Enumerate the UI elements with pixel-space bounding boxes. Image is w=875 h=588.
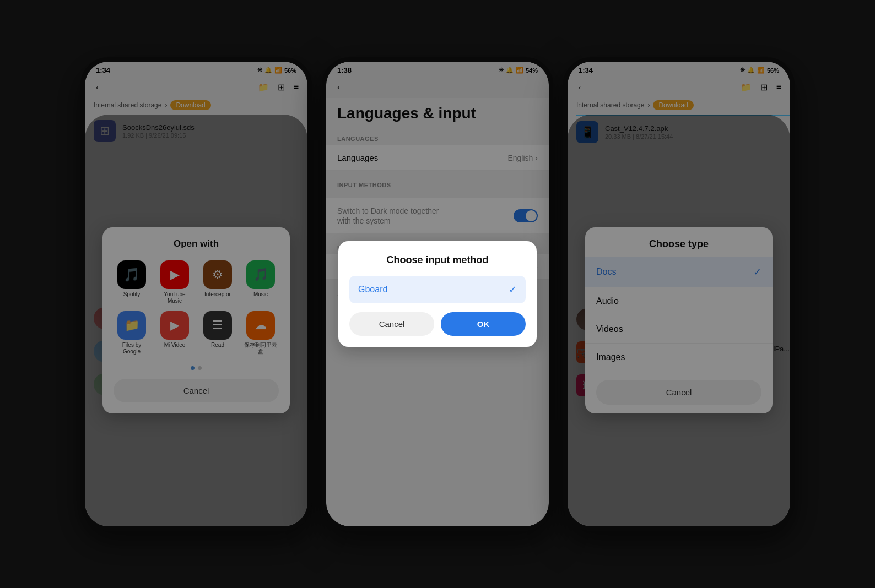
input-dialog-actions: Cancel OK <box>349 312 526 336</box>
input-section: Choose input method Gboard ✓ Cancel OK <box>326 192 549 301</box>
choose-input-dialog: Choose input method Gboard ✓ Cancel OK <box>338 241 537 347</box>
gboard-option[interactable]: Gboard ✓ <box>349 276 526 303</box>
input-cancel-button[interactable]: Cancel <box>349 312 434 336</box>
input-ok-button[interactable]: OK <box>441 312 526 336</box>
gboard-check-icon: ✓ <box>509 284 517 296</box>
settings-content: Languages & input LANGUAGES Languages En… <box>326 98 549 526</box>
gboard-label: Gboard <box>358 285 387 295</box>
phone-2: 1:38 ✳ 🔔 📶 54% ← Languages & input LANGU… <box>322 57 553 531</box>
choose-input-title: Choose input method <box>349 254 526 266</box>
input-method-overlay: Choose input method Gboard ✓ Cancel OK <box>326 98 549 526</box>
